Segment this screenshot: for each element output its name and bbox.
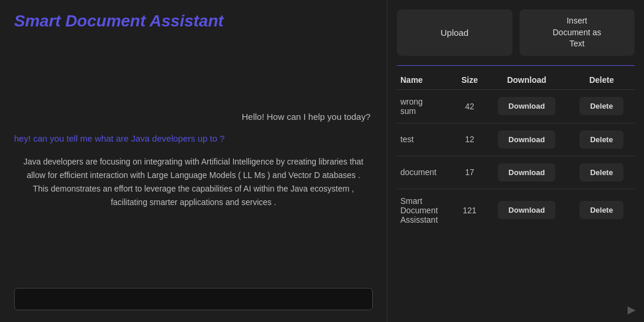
doc-download-cell: Download xyxy=(485,189,568,232)
table-row: Smart Document Assisstant121DownloadDele… xyxy=(397,189,635,232)
table-header-row: Name Size Download Delete xyxy=(397,71,635,90)
doc-name: document xyxy=(397,156,454,189)
doc-download-cell: Download xyxy=(485,123,568,156)
delete-button-1[interactable]: Delete xyxy=(579,130,623,149)
doc-size: 17 xyxy=(454,156,485,189)
doc-name: wrong sum xyxy=(397,89,454,123)
col-download: Download xyxy=(485,71,568,90)
doc-size: 42 xyxy=(454,89,485,123)
insert-document-button[interactable]: InsertDocument asText xyxy=(520,9,635,56)
upload-button[interactable]: Upload xyxy=(397,9,512,56)
doc-download-cell: Download xyxy=(485,89,568,123)
divider xyxy=(397,65,635,66)
delete-button-3[interactable]: Delete xyxy=(579,201,623,219)
download-button-0[interactable]: Download xyxy=(498,97,555,115)
user-query: hey! can you tell me what are Java devel… xyxy=(14,133,373,143)
chat-input[interactable] xyxy=(14,288,373,310)
doc-delete-cell: Delete xyxy=(568,189,635,232)
doc-size: 12 xyxy=(454,123,485,156)
right-panel: Upload InsertDocument asText Name Size D… xyxy=(387,0,644,322)
doc-delete-cell: Delete xyxy=(568,123,635,156)
left-panel: Smart Document Assistant Hello! How can … xyxy=(0,0,387,322)
col-delete: Delete xyxy=(568,71,635,90)
col-name: Name xyxy=(397,71,454,90)
download-button-3[interactable]: Download xyxy=(498,201,555,219)
delete-button-0[interactable]: Delete xyxy=(579,97,623,115)
top-buttons: Upload InsertDocument asText xyxy=(397,9,635,56)
assistant-greeting: Hello! How can I help you today? xyxy=(14,112,373,122)
corner-icon: ▶ xyxy=(628,303,636,316)
table-row: wrong sum42DownloadDelete xyxy=(397,89,635,123)
input-area xyxy=(14,288,373,310)
download-button-2[interactable]: Download xyxy=(498,163,555,182)
doc-delete-cell: Delete xyxy=(568,89,635,123)
doc-size: 121 xyxy=(454,189,485,232)
doc-name: Smart Document Assisstant xyxy=(397,189,454,232)
table-row: document17DownloadDelete xyxy=(397,156,635,189)
app-title: Smart Document Assistant xyxy=(14,12,373,31)
col-size: Size xyxy=(454,71,485,90)
delete-button-2[interactable]: Delete xyxy=(579,163,623,182)
doc-delete-cell: Delete xyxy=(568,156,635,189)
documents-table: Name Size Download Delete wrong sum42Dow… xyxy=(397,71,635,232)
doc-download-cell: Download xyxy=(485,156,568,189)
doc-name: test xyxy=(397,123,454,156)
chat-area: Hello! How can I help you today? hey! ca… xyxy=(14,40,373,281)
assistant-response: Java developers are focusing on integrat… xyxy=(14,155,373,209)
table-row: test12DownloadDelete xyxy=(397,123,635,156)
download-button-1[interactable]: Download xyxy=(498,130,555,149)
